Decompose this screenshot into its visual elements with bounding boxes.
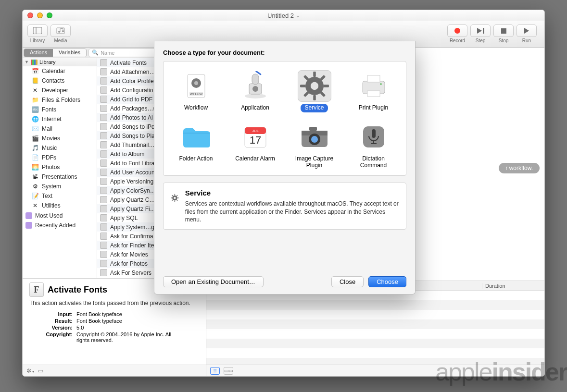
step-button[interactable] [470,24,491,37]
action-icon [100,187,107,194]
action-label: Add to Font Libra [110,160,154,167]
category-item[interactable]: 📁Files & Folders [23,95,97,105]
category-item[interactable]: 🎬Movies [23,134,97,143]
open-existing-button[interactable]: Open an Existing Document… [163,276,264,287]
doctype-application-label: Application [237,104,273,112]
info-version-key: Version: [29,325,73,331]
choose-button[interactable]: Choose [368,276,406,287]
category-list[interactable]: ▼ Library 📅Calendar📒Contacts✕Developer📁F… [23,58,97,278]
category-item[interactable]: ⚙System [23,182,97,191]
run-button[interactable] [517,24,537,37]
smart-folder-label: Recently Added [35,222,76,229]
media-label: Media [54,38,67,43]
doctype-workflow[interactable]: WFLOW Workflow [168,67,224,115]
calendar-icon: JUL17 [242,123,269,150]
category-item[interactable]: 📅Calendar [23,66,97,76]
doctype-description-box: Service Services are contextual workflow… [163,183,406,230]
category-item[interactable]: 🔤Fonts [23,105,97,114]
doctype-folder-action[interactable]: Folder Action [168,118,224,173]
smart-folder-item[interactable]: Recently Added [23,221,97,230]
search-icon: 🔍 [92,49,99,56]
category-item[interactable]: ✕Developer [23,86,97,95]
svg-text:JUL: JUL [252,129,259,133]
window-title: Untitled 2⌄ [267,12,300,19]
category-icon: 🔤 [31,106,39,113]
action-icon [100,141,107,148]
category-item[interactable]: ✉️Mail [23,124,97,134]
category-item[interactable]: 🌐Internet [23,114,97,124]
library-collapse-button[interactable]: ▭ [38,368,43,374]
category-item[interactable]: 🌅Photos [23,162,97,172]
category-item[interactable]: 📝Text [23,191,97,201]
action-label: Add User Accoun [110,169,155,176]
action-label: Add Color Profile [110,78,154,85]
doctype-print-plugin[interactable]: Print Plugin [346,67,401,115]
category-icon: 📽 [31,173,39,181]
info-result-value: Font Book typeface [76,318,199,324]
library-gear-menu[interactable]: ✲ [26,368,34,374]
category-item[interactable]: 🎵Music [23,143,97,153]
category-item[interactable]: ✕Utilities [23,201,97,210]
category-label: Mail [42,125,52,132]
doctype-application[interactable]: Application [227,67,283,115]
action-icon [100,150,107,158]
category-item[interactable]: 📒Contacts [23,76,97,86]
action-label: Apply System…g [110,224,154,231]
close-window-button[interactable] [27,12,33,18]
doctype-image-capture-plugin[interactable]: Image Capture Plugin [287,118,342,173]
action-label: Add to Album [110,151,144,158]
svg-rect-40 [175,201,176,202]
action-icon [100,251,107,258]
library-mode-segment[interactable]: Actions Variables [24,49,87,57]
category-item[interactable]: 📄PDFs [23,153,97,162]
category-icon: ✉️ [31,125,39,133]
action-icon [100,59,107,66]
microphone-icon [360,123,387,150]
doctype-service[interactable]: Service [287,67,342,115]
stop-button[interactable] [493,24,514,37]
watermark: appleinsider [435,357,567,386]
category-label: Contacts [42,77,64,84]
action-icon [100,269,107,276]
action-icon [100,114,107,121]
view-mode-flow-button[interactable]: ≣ [210,367,220,375]
svg-point-3 [58,31,60,33]
category-item[interactable]: 📽Presentations [23,172,97,182]
library-header-row[interactable]: ▼ Library [23,58,97,66]
doctype-calendar-alarm[interactable]: JUL17 Calendar Alarm [227,118,283,173]
doctype-folder-action-label: Folder Action [175,155,216,163]
record-label: Record [450,38,465,43]
action-icon [100,132,107,139]
action-icon [100,96,107,103]
category-icon: 📄 [31,154,39,161]
library-toggle-button[interactable] [27,24,48,37]
info-copyright-value: Copyright © 2004–2016 by Apple Inc. All … [76,331,177,343]
action-icon [100,105,107,112]
doctype-dictation-command[interactable]: Dictation Command [346,118,401,173]
svg-point-21 [380,83,382,85]
action-label: Add Grid to PDF [110,96,152,103]
disclosure-triangle-icon[interactable]: ▼ [25,60,29,64]
zoom-window-button[interactable] [47,12,52,18]
view-mode-list-button[interactable]: ▭▭ [224,367,233,375]
sidebar-icon [33,27,42,34]
printer-icon [359,73,389,99]
svg-rect-19 [367,75,380,82]
smart-folder-item[interactable]: Most Used [23,211,97,220]
info-copyright-key: Copyright: [29,331,73,343]
segment-actions[interactable]: Actions [24,49,53,57]
info-version-value: 5.0 [76,325,199,331]
record-button[interactable] [447,24,467,37]
minimize-window-button[interactable] [37,12,43,18]
category-icon: ⚙ [31,183,39,190]
media-button[interactable] [50,24,71,37]
action-label: Apply Quartz C… [110,196,155,203]
doctype-print-plugin-label: Print Plugin [355,104,392,112]
segment-variables[interactable]: Variables [53,49,86,57]
action-icon [100,86,107,94]
close-button[interactable]: Close [331,276,364,287]
action-label: Apple Versioning [110,178,153,185]
gear-icon [298,69,331,103]
action-icon [100,123,107,130]
title-chevron-icon[interactable]: ⌄ [296,13,300,18]
